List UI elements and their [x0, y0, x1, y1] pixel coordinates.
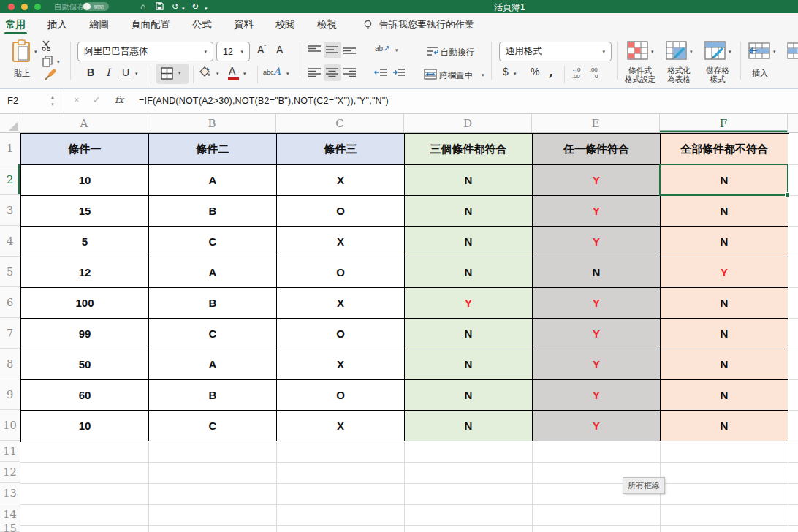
shrink-font-button[interactable]: Aˇ [276, 44, 285, 58]
cell-D1[interactable]: 三個條件都符合 [405, 134, 533, 165]
cell-styles-icon[interactable] [704, 41, 726, 61]
formula-input[interactable]: =IF(AND(NOT(A2>30),NOT(B2="B"),NOT(C2="X… [139, 96, 389, 106]
align-top-icon[interactable] [308, 45, 322, 56]
insert-cells-chevron-icon[interactable]: ▾ [773, 49, 776, 55]
paste-clipboard-icon[interactable] [12, 39, 32, 63]
cell-D6[interactable]: Y [405, 288, 533, 319]
paste-chevron-icon[interactable]: ▾ [34, 49, 37, 55]
text-effects-button[interactable]: abcA [263, 66, 281, 77]
cell-E7[interactable]: Y [533, 319, 661, 349]
name-box[interactable]: F2 ▲▼ [0, 89, 64, 113]
decrease-indent-icon[interactable] [374, 68, 387, 78]
cell-C3[interactable]: O [277, 196, 405, 227]
text-effects-chevron-icon[interactable]: ▾ [286, 71, 289, 77]
font-size-select[interactable]: 12▾ [216, 42, 250, 61]
tab-校閱[interactable]: 校閱 [276, 13, 295, 37]
align-center-icon[interactable] [324, 64, 341, 81]
name-box-spinner[interactable]: ▲▼ [50, 94, 55, 108]
column-header-B[interactable]: B [148, 114, 276, 132]
enter-icon[interactable]: ✓ [93, 94, 101, 105]
cell-A10[interactable]: 10 [21, 411, 149, 441]
cell-A3[interactable]: 15 [21, 196, 149, 227]
cell-C8[interactable]: X [277, 349, 405, 380]
format-as-table-button[interactable]: 格式化為表格 [658, 66, 700, 83]
orientation-button[interactable]: ab↗ [375, 44, 390, 53]
column-header-D[interactable]: D [404, 114, 532, 132]
row-header-5[interactable]: 5 [0, 256, 20, 287]
tab-公式[interactable]: 公式 [192, 13, 212, 37]
cell-D2[interactable]: N [405, 165, 533, 196]
redo-icon[interactable]: ↻ [191, 1, 199, 12]
cell-B3[interactable]: B [149, 196, 277, 227]
cell-E8[interactable]: Y [533, 349, 661, 380]
cell-A1[interactable]: 條件一 [21, 134, 149, 165]
orientation-chevron-icon[interactable]: ▾ [395, 48, 398, 53]
close-window-button[interactable] [8, 4, 15, 10]
align-middle-icon[interactable] [324, 42, 341, 58]
cell-C10[interactable]: X [277, 411, 405, 441]
column-header-E[interactable]: E [532, 114, 660, 132]
copy-chevron-icon[interactable]: ▾ [57, 59, 60, 65]
align-right-icon[interactable] [343, 67, 357, 78]
fill-color-chevron-icon[interactable]: ▾ [216, 71, 219, 77]
wrap-text-icon[interactable] [427, 46, 438, 57]
cell-A6[interactable]: 100 [21, 288, 149, 319]
cell-E1[interactable]: 任一條件符合 [533, 134, 661, 165]
tab-插入[interactable]: 插入 [48, 13, 67, 37]
column-header-F[interactable]: F [660, 114, 788, 132]
cell-D9[interactable]: N [405, 380, 533, 411]
row-header-6[interactable]: 6 [0, 287, 20, 318]
row-header-7[interactable]: 7 [0, 318, 20, 349]
row-header-13[interactable]: 13 [0, 483, 20, 504]
decrease-decimal-button[interactable]: ←0 .00 [571, 66, 580, 80]
increase-indent-icon[interactable] [392, 68, 406, 78]
cell-E3[interactable]: Y [533, 196, 661, 227]
cell-A2[interactable]: 10 [21, 165, 149, 196]
conditional-formatting-button[interactable]: 條件式格式設定 [619, 66, 661, 83]
font-color-chevron-icon[interactable]: ▾ [243, 71, 246, 77]
cell-B1[interactable]: 條件二 [149, 134, 277, 165]
cell-E4[interactable]: Y [533, 227, 661, 257]
paste-button[interactable]: 貼上 [6, 68, 38, 79]
insert-cells-button[interactable]: 插入 [748, 68, 772, 79]
borders-button[interactable]: ▾ [156, 64, 189, 84]
format-as-table-chevron-icon[interactable]: ▾ [690, 49, 693, 55]
tab-檢視[interactable]: 檢視 [317, 13, 337, 37]
cell-B10[interactable]: C [149, 411, 277, 441]
currency-chevron-icon[interactable]: ▾ [514, 71, 517, 77]
format-as-table-icon[interactable] [666, 41, 688, 61]
tab-繪圖[interactable]: 繪圖 [89, 13, 109, 37]
wrap-text-button[interactable]: 自動換行 [441, 47, 474, 58]
autosave-toggle[interactable]: 關閉 [83, 2, 109, 11]
conditional-formatting-chevron-icon[interactable]: ▾ [651, 49, 654, 55]
percent-button[interactable]: % [531, 66, 539, 77]
select-all-button[interactable] [0, 114, 20, 133]
cell-A7[interactable]: 99 [21, 319, 149, 349]
row-header-11[interactable]: 11 [0, 441, 20, 462]
undo-icon[interactable]: ↺ [172, 1, 179, 12]
cell-D5[interactable]: N [405, 257, 533, 288]
cell-E9[interactable]: Y [533, 380, 661, 411]
comma-button[interactable]: , [549, 64, 553, 79]
cell-A8[interactable]: 50 [21, 349, 149, 380]
cell-E6[interactable]: Y [533, 288, 661, 319]
number-format-select[interactable]: 通用格式▾ [499, 42, 612, 61]
minimize-window-button[interactable] [21, 4, 28, 10]
cell-A4[interactable]: 5 [21, 227, 149, 257]
cell-D4[interactable]: N [405, 227, 533, 257]
cell-C5[interactable]: O [277, 257, 405, 288]
underline-chevron-icon[interactable]: ▾ [135, 71, 138, 77]
cell-F5[interactable]: Y [661, 257, 788, 288]
cell-D3[interactable]: N [405, 196, 533, 227]
currency-button[interactable]: $ [503, 66, 509, 77]
italic-button[interactable]: I [106, 66, 110, 78]
cell-C9[interactable]: O [277, 380, 405, 411]
column-header-A[interactable]: A [20, 114, 148, 132]
cell-A9[interactable]: 60 [21, 380, 149, 411]
tab-頁面配置[interactable]: 頁面配置 [131, 13, 170, 37]
font-name-select[interactable]: 阿里巴巴普惠体▾ [77, 42, 213, 61]
conditional-formatting-icon[interactable] [627, 41, 649, 61]
cell-F6[interactable]: N [661, 288, 788, 319]
cell-B2[interactable]: A [149, 165, 277, 196]
underline-button[interactable]: U [122, 66, 129, 78]
